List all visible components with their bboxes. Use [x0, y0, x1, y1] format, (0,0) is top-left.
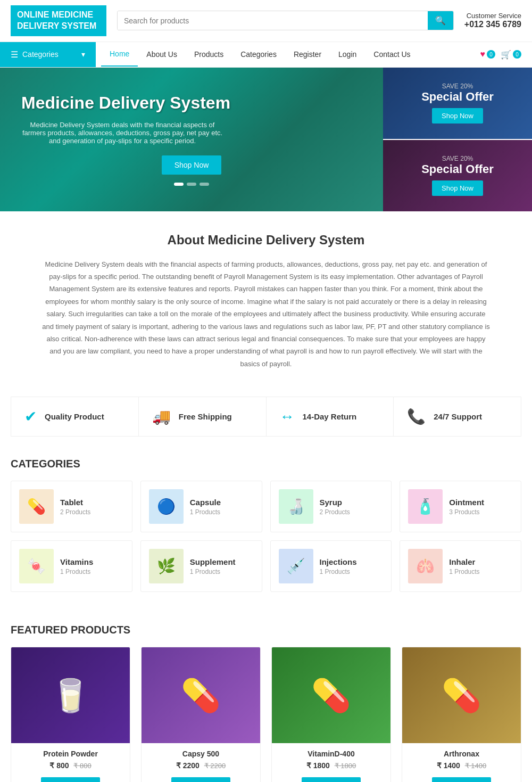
category-syrup[interactable]: 🍶 Syrup 2 Products	[270, 481, 392, 532]
nav-right: ♥ 0 🛒 0	[480, 50, 533, 60]
protein-powder-name: Protein Powder	[15, 750, 126, 758]
nav-products[interactable]: Products	[186, 43, 232, 66]
nav-home[interactable]: Home	[101, 42, 138, 67]
inhaler-count: 1 Products	[449, 568, 479, 575]
syrup-name: Syrup	[320, 498, 350, 507]
hero-content: Medicine Delivery System Medicine Delive…	[21, 93, 362, 186]
feature-return: ↔ 14-Day Return	[267, 397, 394, 436]
supplement-count: 1 Products	[190, 568, 236, 575]
categories-dropdown-btn[interactable]: ☰ Categories ▾	[0, 42, 96, 67]
features-bar: ✔ Quality Product 🚚 Free Shipping ↔ 14-D…	[11, 397, 521, 437]
hero-side-card-1: SAVE 20% Special Offer Shop Now	[383, 68, 532, 140]
capsy500-price: ₹ 2200 ₹ 2200	[146, 761, 256, 770]
vitamind400-price: ₹ 1800 ₹ 1800	[276, 761, 386, 770]
capsule-name: Capsule	[190, 498, 221, 507]
capsule-image: 🔵	[149, 489, 184, 524]
phone-icon: 📞	[407, 408, 426, 425]
feature-shipping-label: Free Shipping	[179, 412, 232, 421]
syrup-image: 🍶	[279, 489, 313, 524]
nav-login[interactable]: Login	[330, 43, 365, 66]
hero-main-banner: Medicine Delivery System Medicine Delive…	[0, 68, 383, 211]
nav-links: Home About Us Products Categories Regist…	[96, 42, 425, 67]
search-bar: 🔍	[117, 11, 454, 30]
hero-side-banners: SAVE 20% Special Offer Shop Now SAVE 20%…	[383, 68, 532, 211]
feature-support-label: 24/7 Support	[434, 412, 482, 421]
nav-about[interactable]: About Us	[138, 43, 186, 66]
capsy500-image: 💊	[142, 647, 260, 743]
tablet-image: 💊	[19, 489, 54, 524]
hero-side-card-2: SAVE 20% Special Offer Shop Now	[383, 140, 532, 211]
protein-powder-price: ₹ 800 ₹ 800	[15, 761, 126, 770]
protein-powder-old-price: ₹ 800	[73, 762, 91, 770]
vitamind400-name: VitaminD-400	[276, 750, 386, 758]
hero-dot-1	[174, 183, 184, 186]
customer-service-label: Customer Service	[464, 12, 521, 20]
capsy500-view-btn[interactable]: View Details	[171, 777, 230, 782]
protein-powder-image: 🥛	[11, 647, 130, 743]
protein-powder-view-btn[interactable]: View Details	[41, 777, 100, 782]
logo[interactable]: ONLINE MEDICINE DELIVERY SYSTEM	[11, 5, 106, 36]
supplement-image: 🌿	[149, 549, 184, 583]
category-ointment[interactable]: 🧴 Ointment 3 Products	[400, 481, 521, 532]
hero-shop-now-btn[interactable]: Shop Now	[162, 155, 222, 175]
vitamind400-view-btn[interactable]: View Details	[302, 777, 361, 782]
feature-quality: ✔ Quality Product	[11, 397, 139, 436]
categories-label: Categories	[22, 50, 59, 59]
search-input[interactable]	[118, 11, 428, 30]
hero-dot-3	[200, 183, 209, 186]
category-supplement[interactable]: 🌿 Supplement 1 Products	[140, 540, 262, 592]
hero-section: Medicine Delivery System Medicine Delive…	[0, 68, 532, 211]
about-text: Medicine Delivery System deals with the …	[40, 258, 492, 371]
protein-powder-new-price: ₹ 800	[49, 761, 69, 770]
hero-dots	[21, 183, 362, 186]
cart-btn[interactable]: 🛒 0	[501, 50, 521, 60]
product-vitamind400: 💊 VitaminD-400 ₹ 1800 ₹ 1800 View Detail…	[271, 647, 391, 782]
wishlist-btn[interactable]: ♥ 0	[480, 50, 496, 59]
about-section: About Medicine Delivery System Medicine …	[0, 211, 532, 392]
arthronax-image: 💊	[402, 647, 521, 743]
category-vitamins[interactable]: 🍬 Vitamins 1 Products	[11, 540, 132, 592]
side-shop-now-btn-1[interactable]: Shop Now	[432, 108, 483, 124]
category-tablet[interactable]: 💊 Tablet 2 Products	[11, 481, 132, 532]
arthronax-new-price: ₹ 1400	[437, 761, 460, 770]
arthronax-old-price: ₹ 1400	[465, 762, 487, 770]
feature-support: 📞 24/7 Support	[394, 397, 521, 436]
nav-bar: ☰ Categories ▾ Home About Us Products Ca…	[0, 42, 532, 68]
supplement-name: Supplement	[190, 557, 236, 566]
about-title: About Medicine Delivery System	[16, 233, 516, 248]
side-shop-now-btn-2[interactable]: Shop Now	[432, 180, 483, 196]
truck-icon: 🚚	[152, 408, 171, 425]
arthronax-price: ₹ 1400 ₹ 1400	[406, 761, 517, 770]
tablet-name: Tablet	[60, 498, 90, 507]
product-capsy500: 💊 Capsy 500 ₹ 2200 ₹ 2200 View Details	[141, 647, 261, 782]
hero-dot-2	[187, 183, 196, 186]
capsy500-old-price: ₹ 2200	[204, 762, 226, 770]
categories-grid: 💊 Tablet 2 Products 🔵 Capsule 1 Products…	[11, 481, 521, 592]
vitamins-count: 1 Products	[60, 568, 93, 575]
category-inhaler[interactable]: 🫁 Inhaler 1 Products	[400, 540, 521, 592]
tablet-count: 2 Products	[60, 508, 90, 516]
category-injections[interactable]: 💉 Injections 1 Products	[270, 540, 392, 592]
syrup-count: 2 Products	[320, 508, 350, 516]
arthronax-view-btn[interactable]: View Details	[432, 777, 491, 782]
products-grid: 🥛 Protein Powder ₹ 800 ₹ 800 View Detail…	[11, 647, 521, 782]
feature-shipping: 🚚 Free Shipping	[139, 397, 267, 436]
categories-section: CATEGORIES 💊 Tablet 2 Products 🔵 Capsule…	[0, 442, 532, 608]
arthronax-name: Arthronax	[406, 750, 517, 758]
nav-categories[interactable]: Categories	[232, 43, 285, 66]
product-arthronax: 💊 Arthronax ₹ 1400 ₹ 1400 View Details	[402, 647, 521, 782]
heart-icon: ♥	[480, 50, 486, 59]
category-capsule[interactable]: 🔵 Capsule 1 Products	[140, 481, 262, 532]
featured-products-section: FEATURED PRODUCTS 🥛 Protein Powder ₹ 800…	[0, 608, 532, 782]
categories-heading: CATEGORIES	[11, 458, 521, 470]
capsule-count: 1 Products	[190, 508, 221, 516]
vitamins-name: Vitamins	[60, 557, 93, 566]
nav-contact[interactable]: Contact Us	[365, 43, 419, 66]
injections-image: 💉	[279, 549, 313, 583]
product-protein-powder: 🥛 Protein Powder ₹ 800 ₹ 800 View Detail…	[11, 647, 130, 782]
nav-register[interactable]: Register	[285, 43, 330, 66]
hero-title: Medicine Delivery System	[21, 93, 362, 113]
search-button[interactable]: 🔍	[428, 11, 453, 30]
wishlist-count: 0	[487, 50, 495, 59]
cart-count: 0	[513, 50, 521, 59]
